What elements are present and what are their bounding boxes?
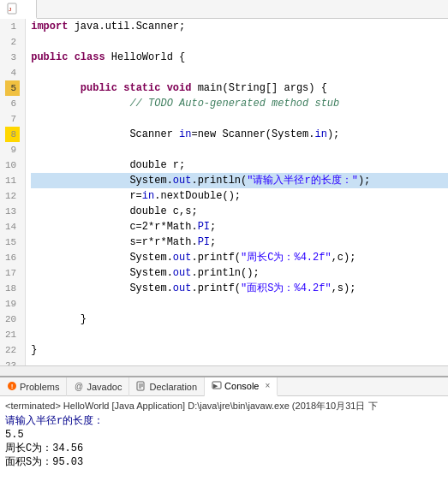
console-terminated-text: <terminated> HelloWorld [Java Applicatio… xyxy=(5,400,443,413)
declaration-tab-label: Declaration xyxy=(149,382,197,392)
editor-tab-bar: J xyxy=(0,0,448,19)
console-line-3: 面积S为：95.03 xyxy=(5,455,443,469)
line-number-22: 22 xyxy=(5,342,20,358)
code-line-15: s=r*r*Math.PI; xyxy=(31,235,448,250)
line-number-11: 11 xyxy=(5,173,20,188)
java-file-icon: J xyxy=(7,3,19,15)
line-number-6: 6 xyxy=(5,96,20,111)
code-line-20: } xyxy=(31,312,448,327)
line-number-19: 19 xyxy=(5,296,20,312)
line-number-4: 4 xyxy=(5,65,20,80)
code-line-18: System.out.printf("面积S为：%4.2f",s); xyxy=(31,281,448,296)
javadoc-tab-icon: @ xyxy=(74,381,84,393)
console-tab-icon: ▶ xyxy=(212,380,222,392)
bottom-tab-console[interactable]: ▶Console× xyxy=(205,377,278,396)
code-line-23 xyxy=(31,358,448,365)
line-number-8: 8 xyxy=(5,127,20,142)
console-output: <terminated> HelloWorld [Java Applicatio… xyxy=(0,396,448,487)
console-line-0: 请输入半径r的长度： xyxy=(5,414,443,428)
line-number-5: 5 xyxy=(5,80,20,96)
code-line-2 xyxy=(31,34,448,50)
line-number-23: 23 xyxy=(5,358,20,365)
bottom-panel: !Problems@JavadocDeclaration▶Console× <t… xyxy=(0,376,448,487)
code-line-11: System.out.println("请输入半径r的长度："); xyxy=(31,173,448,188)
svg-text:J: J xyxy=(9,7,11,12)
line-number-17: 17 xyxy=(5,265,20,281)
javadoc-tab-label: Javadoc xyxy=(87,382,122,392)
code-line-19 xyxy=(31,296,448,312)
code-line-1: import java.util.Scanner; xyxy=(31,19,448,34)
code-line-3: public class HelloWorld { xyxy=(31,50,448,65)
line-number-9: 9 xyxy=(5,142,20,157)
code-line-8: Scanner in=new Scanner(System.in); xyxy=(31,127,448,142)
bottom-tab-javadoc[interactable]: @Javadoc xyxy=(67,377,129,396)
console-tab-label: Console xyxy=(224,381,259,391)
line-number-12: 12 xyxy=(5,188,20,204)
code-line-13: double c,s; xyxy=(31,204,448,219)
line-number-10: 10 xyxy=(5,157,20,173)
bottom-tab-declaration[interactable]: Declaration xyxy=(129,377,205,396)
code-line-9 xyxy=(31,142,448,157)
declaration-tab-icon xyxy=(136,381,146,393)
horizontal-scrollbar[interactable] xyxy=(0,365,448,376)
code-line-7 xyxy=(31,111,448,127)
problems-tab-label: Problems xyxy=(20,382,59,392)
line-numbers: 1234567891011121314151617181920212223 xyxy=(0,19,26,365)
svg-text:@: @ xyxy=(75,382,83,391)
code-line-21 xyxy=(31,327,448,342)
line-number-16: 16 xyxy=(5,250,20,265)
line-number-2: 2 xyxy=(5,34,20,50)
console-line-2: 周长C为：34.56 xyxy=(5,442,443,455)
console-line-1: 5.5 xyxy=(5,428,443,442)
bottom-tab-bar: !Problems@JavadocDeclaration▶Console× xyxy=(0,377,448,396)
code-line-16: System.out.printf("周长C为：%4.2f",c); xyxy=(31,250,448,265)
line-number-1: 1 xyxy=(5,19,20,34)
code-line-12: r=in.nextDouble(); xyxy=(31,188,448,204)
code-line-14: c=2*r*Math.PI; xyxy=(31,219,448,235)
line-number-21: 21 xyxy=(5,327,20,342)
line-number-18: 18 xyxy=(5,281,20,296)
code-line-4 xyxy=(31,65,448,80)
line-number-20: 20 xyxy=(5,312,20,327)
line-number-14: 14 xyxy=(5,219,20,235)
console-tab-close-icon[interactable]: × xyxy=(265,381,270,390)
problems-tab-icon: ! xyxy=(7,381,17,393)
bottom-tab-problems[interactable]: !Problems xyxy=(0,377,67,396)
code-line-17: System.out.println(); xyxy=(31,265,448,281)
line-number-13: 13 xyxy=(5,204,20,219)
svg-text:!: ! xyxy=(11,383,14,390)
code-line-6: // TODO Auto-generated method stub xyxy=(31,96,448,111)
code-area[interactable]: import java.util.Scanner;public class He… xyxy=(26,19,448,365)
line-number-7: 7 xyxy=(5,111,20,127)
code-line-5: public static void main(String[] args) { xyxy=(31,80,448,96)
code-line-10: double r; xyxy=(31,157,448,173)
editor: 1234567891011121314151617181920212223 im… xyxy=(0,19,448,365)
line-number-3: 3 xyxy=(5,50,20,65)
line-number-15: 15 xyxy=(5,235,20,250)
file-tab[interactable]: J xyxy=(0,0,37,19)
code-line-22: } xyxy=(31,342,448,358)
